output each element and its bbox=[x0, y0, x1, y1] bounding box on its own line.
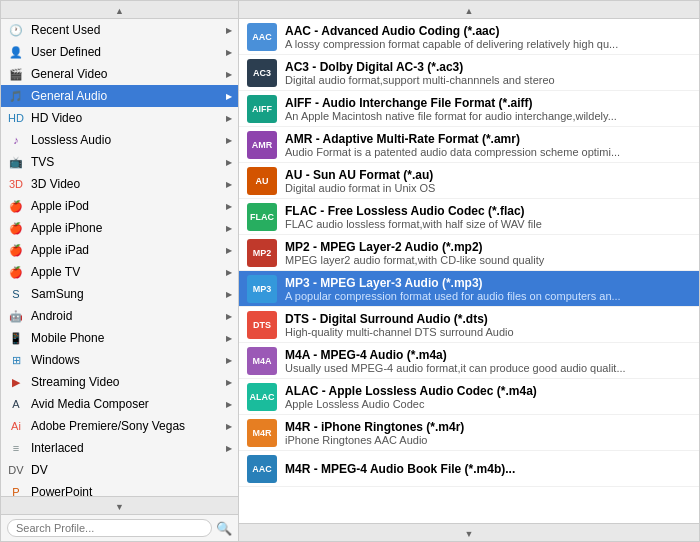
right-scroll-up-button[interactable] bbox=[239, 1, 699, 19]
right-item-aiff[interactable]: AIFF AIFF - Audio Interchange File Forma… bbox=[239, 91, 699, 127]
search-icon[interactable]: 🔍 bbox=[216, 521, 232, 536]
arrow-icon-android: ▶ bbox=[226, 312, 232, 321]
left-item-icon-recent-used: 🕐 bbox=[7, 22, 25, 38]
arrow-icon-adobe: ▶ bbox=[226, 422, 232, 431]
right-item-aac[interactable]: AAC AAC - Advanced Audio Coding (*.aac) … bbox=[239, 19, 699, 55]
left-item-general-audio[interactable]: 🎵 General Audio ▶ bbox=[1, 85, 238, 107]
left-item-icon-general-video: 🎬 bbox=[7, 66, 25, 82]
right-item-mp2[interactable]: MP2 MP2 - MPEG Layer-2 Audio (*.mp2) MPE… bbox=[239, 235, 699, 271]
format-title-m4r: M4R - iPhone Ringtones (*.m4r) bbox=[285, 420, 691, 434]
right-item-alac[interactable]: ALAC ALAC - Apple Lossless Audio Codec (… bbox=[239, 379, 699, 415]
left-item-icon-samsung: S bbox=[7, 286, 25, 302]
left-item-android[interactable]: 🤖 Android ▶ bbox=[1, 305, 238, 327]
left-item-label-apple-ipod: Apple iPod bbox=[31, 199, 89, 213]
arrow-icon-tvs: ▶ bbox=[226, 158, 232, 167]
right-item-amr[interactable]: AMR AMR - Adaptive Multi-Rate Format (*.… bbox=[239, 127, 699, 163]
format-desc-aac: A lossy compression format capable of de… bbox=[285, 38, 691, 50]
format-title-amr: AMR - Adaptive Multi-Rate Format (*.amr) bbox=[285, 132, 691, 146]
arrow-icon-lossless-audio: ▶ bbox=[226, 136, 232, 145]
format-icon-au: AU bbox=[247, 167, 277, 195]
arrow-icon-user-defined: ▶ bbox=[226, 48, 232, 57]
arrow-icon-3d-video: ▶ bbox=[226, 180, 232, 189]
format-icon-m4r: M4R bbox=[247, 419, 277, 447]
search-input[interactable] bbox=[7, 519, 212, 537]
right-item-flac[interactable]: FLAC FLAC - Free Lossless Audio Codec (*… bbox=[239, 199, 699, 235]
left-item-tvs[interactable]: 📺 TVS ▶ bbox=[1, 151, 238, 173]
left-item-powerpoint[interactable]: P PowerPoint bbox=[1, 481, 238, 496]
left-item-icon-avid: A bbox=[7, 396, 25, 412]
left-item-label-3d-video: 3D Video bbox=[31, 177, 80, 191]
left-item-icon-apple-tv: 🍎 bbox=[7, 264, 25, 280]
right-item-m4a[interactable]: M4A M4A - MPEG-4 Audio (*.m4a) Usually u… bbox=[239, 343, 699, 379]
left-item-samsung[interactable]: S SamSung ▶ bbox=[1, 283, 238, 305]
left-item-interlaced[interactable]: ≡ Interlaced ▶ bbox=[1, 437, 238, 459]
left-item-mobile-phone[interactable]: 📱 Mobile Phone ▶ bbox=[1, 327, 238, 349]
left-item-icon-general-audio: 🎵 bbox=[7, 88, 25, 104]
format-icon-aiff: AIFF bbox=[247, 95, 277, 123]
left-item-icon-streaming-video: ▶ bbox=[7, 374, 25, 390]
left-item-lossless-audio[interactable]: ♪ Lossless Audio ▶ bbox=[1, 129, 238, 151]
left-item-user-defined[interactable]: 👤 User Defined ▶ bbox=[1, 41, 238, 63]
left-item-label-apple-ipad: Apple iPad bbox=[31, 243, 89, 257]
left-item-dv[interactable]: DV DV bbox=[1, 459, 238, 481]
arrow-icon-apple-ipod: ▶ bbox=[226, 202, 232, 211]
format-text-mp2: MP2 - MPEG Layer-2 Audio (*.mp2) MPEG la… bbox=[285, 240, 691, 266]
format-title-mp3: MP3 - MPEG Layer-3 Audio (*.mp3) bbox=[285, 276, 691, 290]
left-category-list: 🕐 Recent Used ▶ 👤 User Defined ▶ 🎬 Gener… bbox=[1, 19, 238, 496]
right-item-ac3[interactable]: AC3 AC3 - Dolby Digital AC-3 (*.ac3) Dig… bbox=[239, 55, 699, 91]
left-item-label-apple-iphone: Apple iPhone bbox=[31, 221, 102, 235]
left-item-hd-video[interactable]: HD HD Video ▶ bbox=[1, 107, 238, 129]
format-icon-flac: FLAC bbox=[247, 203, 277, 231]
left-item-label-tvs: TVS bbox=[31, 155, 54, 169]
arrow-icon-apple-tv: ▶ bbox=[226, 268, 232, 277]
format-icon-mp3: MP3 bbox=[247, 275, 277, 303]
format-desc-mp2: MPEG layer2 audio format,with CD-like so… bbox=[285, 254, 691, 266]
left-item-icon-dv: DV bbox=[7, 462, 25, 478]
left-scroll-down-button[interactable] bbox=[1, 496, 238, 514]
right-item-aacplus[interactable]: AAC M4R - MPEG-4 Audio Book File (*.m4b)… bbox=[239, 451, 699, 487]
left-item-streaming-video[interactable]: ▶ Streaming Video ▶ bbox=[1, 371, 238, 393]
right-scroll-down-button[interactable] bbox=[239, 523, 699, 541]
left-item-3d-video[interactable]: 3D 3D Video ▶ bbox=[1, 173, 238, 195]
right-item-m4r[interactable]: M4R M4R - iPhone Ringtones (*.m4r) iPhon… bbox=[239, 415, 699, 451]
left-scroll-up-button[interactable] bbox=[1, 1, 238, 19]
format-icon-mp2: MP2 bbox=[247, 239, 277, 267]
format-title-alac: ALAC - Apple Lossless Audio Codec (*.m4a… bbox=[285, 384, 691, 398]
arrow-icon-streaming-video: ▶ bbox=[226, 378, 232, 387]
left-item-recent-used[interactable]: 🕐 Recent Used ▶ bbox=[1, 19, 238, 41]
left-item-adobe[interactable]: Ai Adobe Premiere/Sony Vegas ▶ bbox=[1, 415, 238, 437]
left-item-general-video[interactable]: 🎬 General Video ▶ bbox=[1, 63, 238, 85]
right-item-mp3[interactable]: MP3 MP3 - MPEG Layer-3 Audio (*.mp3) A p… bbox=[239, 271, 699, 307]
left-item-icon-tvs: 📺 bbox=[7, 154, 25, 170]
format-text-aac: AAC - Advanced Audio Coding (*.aac) A lo… bbox=[285, 24, 691, 50]
left-item-icon-lossless-audio: ♪ bbox=[7, 132, 25, 148]
left-item-apple-iphone[interactable]: 🍎 Apple iPhone ▶ bbox=[1, 217, 238, 239]
right-item-au[interactable]: AU AU - Sun AU Format (*.au) Digital aud… bbox=[239, 163, 699, 199]
left-item-icon-adobe: Ai bbox=[7, 418, 25, 434]
left-item-windows[interactable]: ⊞ Windows ▶ bbox=[1, 349, 238, 371]
left-item-label-general-audio: General Audio bbox=[31, 89, 107, 103]
format-title-au: AU - Sun AU Format (*.au) bbox=[285, 168, 691, 182]
left-item-icon-3d-video: 3D bbox=[7, 176, 25, 192]
left-item-label-adobe: Adobe Premiere/Sony Vegas bbox=[31, 419, 185, 433]
format-title-dts: DTS - Digital Surround Audio (*.dts) bbox=[285, 312, 691, 326]
left-item-avid[interactable]: A Avid Media Composer ▶ bbox=[1, 393, 238, 415]
arrow-icon-mobile-phone: ▶ bbox=[226, 334, 232, 343]
format-icon-aac: AAC bbox=[247, 23, 277, 51]
left-item-apple-ipad[interactable]: 🍎 Apple iPad ▶ bbox=[1, 239, 238, 261]
left-item-apple-tv[interactable]: 🍎 Apple TV ▶ bbox=[1, 261, 238, 283]
left-item-apple-ipod[interactable]: 🍎 Apple iPod ▶ bbox=[1, 195, 238, 217]
format-icon-dts: DTS bbox=[247, 311, 277, 339]
left-item-label-lossless-audio: Lossless Audio bbox=[31, 133, 111, 147]
arrow-icon-windows: ▶ bbox=[226, 356, 232, 365]
left-panel: 🕐 Recent Used ▶ 👤 User Defined ▶ 🎬 Gener… bbox=[1, 1, 239, 541]
right-item-dts[interactable]: DTS DTS - Digital Surround Audio (*.dts)… bbox=[239, 307, 699, 343]
right-panel: AAC AAC - Advanced Audio Coding (*.aac) … bbox=[239, 1, 699, 541]
left-item-label-powerpoint: PowerPoint bbox=[31, 485, 92, 496]
left-item-icon-mobile-phone: 📱 bbox=[7, 330, 25, 346]
arrow-icon-recent-used: ▶ bbox=[226, 26, 232, 35]
left-item-icon-powerpoint: P bbox=[7, 484, 25, 496]
format-title-aacplus: M4R - MPEG-4 Audio Book File (*.m4b)... bbox=[285, 462, 691, 476]
format-text-dts: DTS - Digital Surround Audio (*.dts) Hig… bbox=[285, 312, 691, 338]
arrow-icon-general-video: ▶ bbox=[226, 70, 232, 79]
